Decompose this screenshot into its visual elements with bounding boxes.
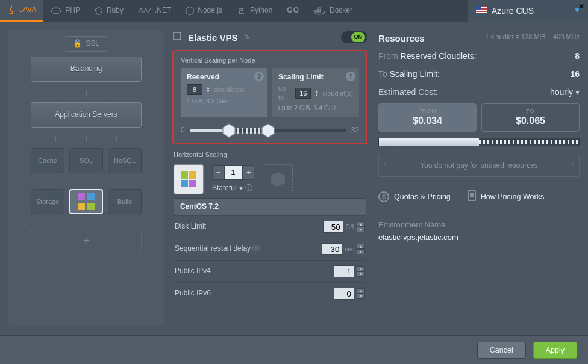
tab-php[interactable]: PHP xyxy=(43,0,87,22)
svg-rect-15 xyxy=(468,191,475,200)
help-icon[interactable]: ⓘ xyxy=(252,244,260,253)
usage-bar xyxy=(378,138,580,146)
vps-block-selected[interactable] xyxy=(69,189,103,214)
from-value: 8 xyxy=(575,51,580,61)
limit-title: Scaling Limit xyxy=(278,73,353,82)
sql-block[interactable]: SQL xyxy=(69,148,103,173)
ipv6-input[interactable] xyxy=(334,288,354,300)
chevron-right-icon[interactable]: › xyxy=(572,160,574,170)
estimated-cost-label: Estimated Cost: xyxy=(378,87,438,97)
disk-limit-label: Disk Limit xyxy=(175,222,206,232)
nosql-label: NoSQL xyxy=(114,156,136,165)
limit-input[interactable] xyxy=(295,88,311,99)
tab-docker[interactable]: Docker xyxy=(307,0,360,22)
chevron-down-icon[interactable]: ▾ xyxy=(239,184,243,193)
java-icon xyxy=(7,5,16,16)
svg-marker-1 xyxy=(95,7,102,14)
region-selector[interactable]: Azure CUS ▼ xyxy=(468,0,588,22)
tab-go[interactable]: GO xyxy=(280,0,307,22)
horizontal-scaling-label: Horizontal Scaling xyxy=(174,150,366,159)
spinner-icon[interactable]: ▲▼ xyxy=(357,288,365,299)
how-pricing-label: How Pricing Works xyxy=(481,192,544,202)
svg-marker-13 xyxy=(262,124,274,137)
edit-icon[interactable]: ✎ xyxy=(244,33,250,43)
tab-label: PHP xyxy=(65,6,80,16)
topology-panel: 🔓 SSL Balancing ↓ Application Servers ↓ … xyxy=(8,30,164,325)
spinner-icon[interactable]: ▲▼ xyxy=(314,90,319,97)
environment-name-label: Environment Name xyxy=(378,220,580,230)
tab-label: JAVA xyxy=(19,5,36,15)
cost-to-value: $0.065 xyxy=(482,115,579,128)
quotas-pricing-link[interactable]: $ Quotas & Pricing xyxy=(378,190,451,203)
tab-dotnet[interactable]: .NET xyxy=(131,0,178,22)
ssl-toggle[interactable]: 🔓 SSL xyxy=(64,36,108,52)
svg-rect-3 xyxy=(315,10,317,12)
svg-marker-12 xyxy=(223,124,235,137)
nosql-block[interactable]: NoSQL xyxy=(108,148,142,173)
build-label: Build xyxy=(117,197,132,206)
spinner-icon[interactable]: ▲▼ xyxy=(357,244,365,254)
how-pricing-works-link[interactable]: How Pricing Works xyxy=(468,190,544,203)
svg-point-0 xyxy=(51,8,61,14)
spinner-icon[interactable]: ▲▼ xyxy=(357,221,365,232)
vm-instance-icon[interactable] xyxy=(174,164,204,194)
chevron-left-icon[interactable]: ‹ xyxy=(384,160,386,170)
reserved-knob[interactable] xyxy=(221,123,237,138)
os-selector[interactable]: CentOS 7.2 xyxy=(174,198,366,216)
cloudlet-slider[interactable] xyxy=(190,129,346,132)
cost-to-label: TO xyxy=(482,108,579,115)
disk-limit-input[interactable] xyxy=(323,221,343,233)
node-power-toggle[interactable]: ON xyxy=(341,31,367,43)
appservers-block[interactable]: Application Servers xyxy=(31,102,142,128)
balancing-block[interactable]: Balancing xyxy=(31,57,142,82)
cost-period-selector[interactable]: hourly ▾ xyxy=(550,87,580,97)
storage-block[interactable]: Storage xyxy=(31,189,64,214)
lock-icon: 🔓 xyxy=(73,39,82,49)
node-config-panel: Elastic VPS ✎ ON Vertical Scaling per No… xyxy=(172,30,367,325)
node-type-icon xyxy=(172,31,182,44)
arrow-down-icon: ↓ xyxy=(84,87,89,97)
chevron-down-icon: ▾ xyxy=(575,87,580,97)
limit-knob[interactable] xyxy=(260,123,276,138)
tab-label: GO xyxy=(287,6,299,16)
build-block[interactable]: Build xyxy=(108,189,142,214)
decrement-button[interactable]: − xyxy=(212,165,224,180)
spinner-icon[interactable]: ▲▼ xyxy=(357,266,365,277)
restart-delay-input[interactable] xyxy=(322,243,342,255)
from-label: Reserved Cloudlets: xyxy=(401,51,477,61)
apply-button[interactable]: Apply xyxy=(533,342,577,359)
reserved-input[interactable] xyxy=(187,84,202,95)
cost-from-box: FROM $0.034 xyxy=(378,103,477,131)
document-icon xyxy=(468,190,476,203)
vertical-scaling-box: Vertical Scaling per Node ? Reserved ▲▼ … xyxy=(172,50,367,145)
arrow-down-icon: ↓ xyxy=(54,132,58,143)
add-instance-placeholder[interactable] xyxy=(263,164,293,194)
appservers-label: Application Servers xyxy=(55,110,117,120)
help-icon[interactable]: ? xyxy=(254,72,264,81)
tab-java[interactable]: JAVA xyxy=(0,0,43,22)
ipv4-input[interactable] xyxy=(334,265,354,277)
increment-button[interactable]: + xyxy=(242,165,254,180)
tab-label: .NET xyxy=(155,6,171,16)
tab-label: Python xyxy=(250,6,272,16)
cancel-button[interactable]: Cancel xyxy=(477,342,526,359)
close-icon[interactable]: ✕ xyxy=(578,2,584,12)
help-icon[interactable]: ⓘ xyxy=(245,184,252,193)
python-icon xyxy=(237,6,246,16)
cache-label: Cache xyxy=(38,156,57,165)
cost-from-label: FROM xyxy=(379,108,476,115)
spinner-icon[interactable]: ▲▼ xyxy=(206,86,210,93)
help-icon[interactable]: ? xyxy=(346,72,355,81)
limit-unit: cloudlet(s) xyxy=(322,89,353,97)
tab-node[interactable]: Node.js xyxy=(178,0,230,22)
vertical-scaling-label: Vertical Scaling per Node xyxy=(181,56,359,64)
instance-count-input[interactable] xyxy=(224,165,242,180)
tab-python[interactable]: Python xyxy=(230,0,280,22)
add-layer-button[interactable]: ＋ xyxy=(31,230,142,251)
reserved-sub: 1 GiB, 3.2 GHz xyxy=(187,97,261,106)
instance-count-stepper[interactable]: − + xyxy=(212,165,254,180)
tab-ruby[interactable]: Ruby xyxy=(87,0,131,22)
switch-on-label: ON xyxy=(351,32,366,42)
cache-block[interactable]: Cache xyxy=(31,148,64,173)
php-icon xyxy=(51,7,61,15)
